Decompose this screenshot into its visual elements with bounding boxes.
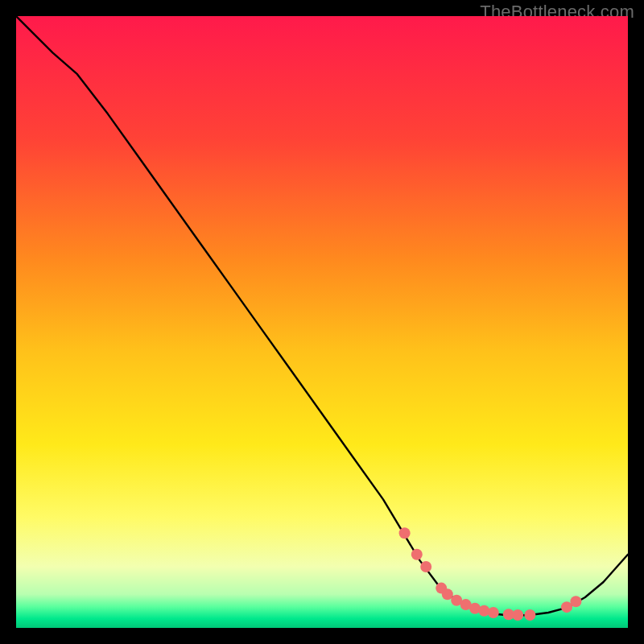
data-marker [399,527,411,539]
chart-background [16,16,628,628]
data-marker [570,596,581,607]
data-marker [442,588,453,600]
data-marker [411,549,423,560]
chart-frame: TheBottleneck.com [0,0,644,644]
data-marker [420,561,431,572]
data-marker [524,609,535,621]
data-marker [488,607,499,618]
bottleneck-chart [16,16,628,628]
data-marker [512,609,523,621]
